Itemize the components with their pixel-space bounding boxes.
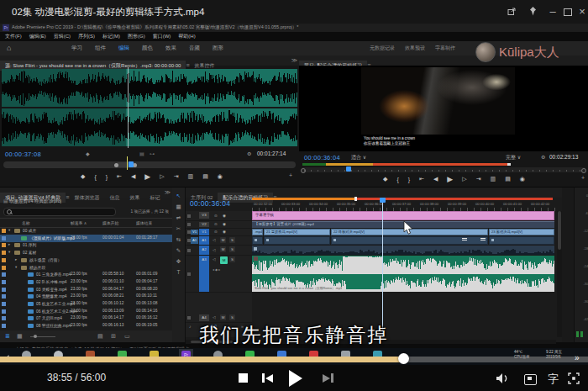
- step-forward-icon[interactable]: ▷: [160, 173, 164, 180]
- source-scrubber-playhead[interactable]: [127, 156, 128, 170]
- search-input[interactable]: [3, 208, 116, 216]
- track-header-v2[interactable]: V2⊙◉: [186, 221, 252, 229]
- solo-button[interactable]: S: [229, 246, 235, 252]
- project-row[interactable]: 03 灵蝶变身.mp423.00 fps00:06:04:1700:06:08:…: [0, 286, 172, 293]
- twirl-icon[interactable]: ▾: [15, 265, 17, 269]
- menu-序[interactable]: 序列(S): [78, 33, 95, 40]
- track-header-a2[interactable]: A2◁MS: [186, 246, 252, 256]
- program-scrubber[interactable]: [301, 167, 586, 172]
- add-marker-icon[interactable]: ◆: [383, 176, 387, 182]
- speaker-icon[interactable]: ◁: [213, 315, 215, 320]
- settings-icon[interactable]: ⚙: [541, 154, 545, 160]
- drag-video-icon[interactable]: ▤: [139, 151, 144, 156]
- col-media-start[interactable]: 媒体开始: [102, 220, 118, 225]
- program-video-area[interactable]: You should see me in a crown 你应该看着我戴上皇冠称…: [299, 66, 588, 151]
- close-button[interactable]: ×: [576, 0, 588, 24]
- workspace-tab-1[interactable]: 组件: [95, 45, 106, 52]
- workspace-extra-1[interactable]: 效果预设: [405, 45, 425, 52]
- track-name-a2[interactable]: A2: [199, 246, 209, 253]
- clip-a1-1[interactable]: [264, 236, 330, 245]
- toggle-track-output-icon[interactable]: ◉: [223, 222, 226, 226]
- speaker-icon[interactable]: ◁: [213, 238, 215, 242]
- speaker-icon[interactable]: ◁: [213, 248, 215, 252]
- step-back-icon[interactable]: ◀: [433, 176, 438, 182]
- fullscreen-button[interactable]: [568, 373, 580, 388]
- popup-window-icon[interactable]: [504, 0, 519, 24]
- sync-lock-icon[interactable]: ⊙: [214, 222, 218, 226]
- play-icon[interactable]: ▶: [447, 175, 453, 183]
- program-scrubber-handle[interactable]: [346, 166, 351, 172]
- drag-audio-icon[interactable]: ⊶: [150, 151, 155, 156]
- project-row[interactable]: ▾精选片段: [0, 264, 172, 272]
- project-row[interactable]: ▾00 成片: [0, 227, 172, 235]
- mute-button[interactable]: M: [220, 246, 226, 252]
- solo-button[interactable]: S: [229, 314, 235, 320]
- label-color-chip[interactable]: [2, 236, 6, 240]
- twirl-icon[interactable]: ▾: [8, 250, 10, 254]
- work-area-bar-orange[interactable]: [252, 198, 356, 200]
- track-name-a1[interactable]: A1: [199, 237, 209, 244]
- fit-dropdown[interactable]: 适合 ∨: [351, 154, 366, 161]
- clip-v1-0[interactable]: .mp4[V]: [252, 229, 263, 235]
- tab-2[interactable]: 效果: [124, 193, 144, 203]
- label-color-chip[interactable]: [2, 251, 6, 255]
- track-name-v3[interactable]: V3: [199, 212, 209, 219]
- project-row[interactable]: 《混剪成片》试听版.mp323.00 fps00:00:01:0400:01:2…: [0, 235, 172, 242]
- mark-out-icon[interactable]: }: [106, 174, 108, 180]
- video-content[interactable]: Pr Adobe Premiere Pro CC 2019 - D:\剪辑教程\…: [0, 24, 588, 365]
- previous-button[interactable]: [262, 373, 273, 383]
- play-button[interactable]: [289, 370, 302, 390]
- mute-button[interactable]: M: [220, 314, 226, 320]
- workspace-extra-2[interactable]: 字幕制作: [435, 45, 455, 52]
- mark-in-icon[interactable]: {: [396, 177, 398, 182]
- ripple-edit-tool[interactable]: ⇌: [172, 214, 185, 221]
- track-header-a1[interactable]: A1A1◁MS: [186, 236, 252, 246]
- label-color-chip[interactable]: [2, 229, 6, 233]
- workspace-tab-4[interactable]: 效果: [165, 45, 176, 52]
- button-editor-icon[interactable]: +: [289, 172, 292, 178]
- volume-button[interactable]: [496, 373, 510, 388]
- toggle-track-output-icon[interactable]: ◉: [223, 230, 226, 234]
- label-color-chip[interactable]: [2, 243, 6, 247]
- twirl-icon[interactable]: ▾: [8, 228, 10, 232]
- mute-button[interactable]: M: [220, 256, 228, 264]
- export-frame-icon[interactable]: ◉: [520, 176, 525, 182]
- label-color-chip[interactable]: [2, 309, 6, 314]
- step-back-icon[interactable]: ◀: [131, 173, 135, 180]
- clip-v3-subtitles[interactable]: 字幕逐字稿: [252, 211, 554, 220]
- menu-图[interactable]: 图形(G): [128, 33, 145, 40]
- more-tabs-icon[interactable]: ≫: [291, 57, 297, 64]
- speaker-icon[interactable]: ◁: [213, 257, 215, 262]
- label-color-chip[interactable]: [2, 280, 6, 284]
- clip-a3-music-selected[interactable]: Slow Fliirt - you should see me in a cro…: [252, 256, 554, 292]
- sync-lock-icon[interactable]: ⊙: [214, 214, 218, 218]
- lock-icon[interactable]: [187, 272, 191, 276]
- clip-v1-3[interactable]: 23 黎明决战.mp4[V]: [489, 229, 554, 235]
- project-row[interactable]: 06 机龙艺术工业2.mp423.00 fps00:06:13:0900:06:…: [0, 308, 172, 315]
- track-header-a3[interactable]: A3◁MS◂ ◆ ▸: [186, 256, 252, 293]
- marker-icon[interactable]: ◆: [86, 151, 90, 156]
- source-patch-a1[interactable]: A1: [191, 237, 198, 244]
- clip-a1-3[interactable]: [489, 236, 554, 245]
- col-media-end[interactable]: 媒体结束: [136, 220, 152, 225]
- next-button[interactable]: [323, 373, 333, 383]
- sync-lock-icon[interactable]: ⊙: [214, 230, 218, 234]
- twirl-icon[interactable]: ▸: [15, 257, 17, 262]
- project-row[interactable]: 05 机龙艺术工业.mp423.00 fps00:06:10:1200:06:1…: [0, 300, 172, 308]
- subtitle-button[interactable]: 字: [548, 372, 559, 387]
- menu-剪[interactable]: 剪辑(C): [54, 33, 71, 40]
- slip-tool[interactable]: ⇆: [172, 236, 185, 243]
- solo-button[interactable]: S: [229, 237, 235, 243]
- tab-1[interactable]: 信息: [104, 193, 124, 203]
- maximize-button[interactable]: [561, 0, 575, 24]
- breadcrumb[interactable]: ▤ 动漫混剪V4 经典款.prproj: [3, 198, 61, 204]
- clip-a1-0[interactable]: [252, 236, 263, 245]
- export-frame-icon[interactable]: ◉: [218, 173, 223, 180]
- label-color-chip[interactable]: [2, 272, 6, 277]
- menu-编[interactable]: 编辑(E): [29, 33, 46, 40]
- clip-a2-dialogue[interactable]: [252, 246, 554, 255]
- workspace-tab-2[interactable]: 编辑: [118, 45, 129, 52]
- lift-icon[interactable]: ▥: [491, 176, 496, 182]
- track-name-v2[interactable]: V2: [199, 222, 209, 227]
- resolution-dropdown[interactable]: 完整 ∨: [506, 154, 521, 161]
